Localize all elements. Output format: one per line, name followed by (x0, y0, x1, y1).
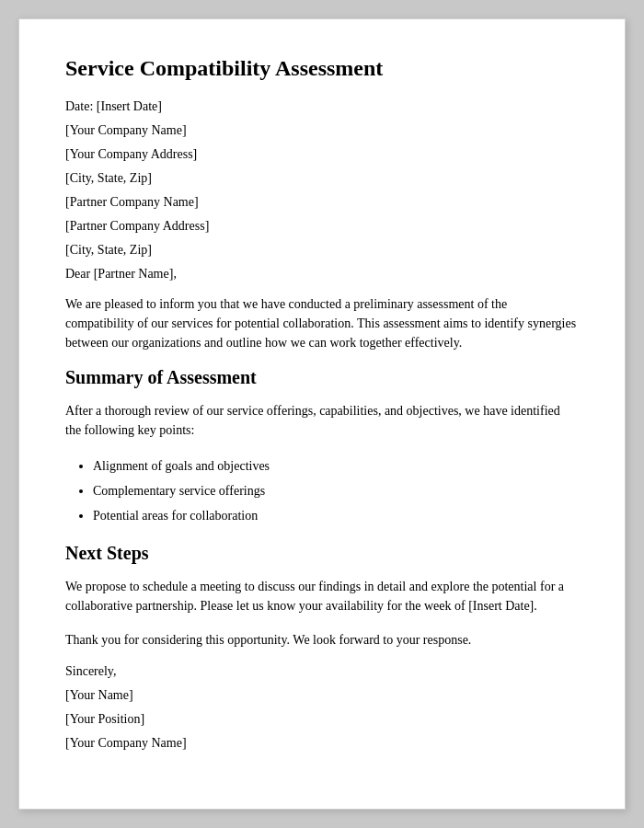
document-title: Service Compatibility Assessment (65, 56, 579, 81)
closing-company: [Your Company Name] (65, 736, 579, 751)
list-item: Potential areas for collaboration (93, 504, 579, 527)
next-steps-heading: Next Steps (65, 543, 579, 564)
city-state-zip-2-field: [City, State, Zip] (65, 243, 579, 258)
company-address-field: [Your Company Address] (65, 147, 579, 162)
date-field: Date: [Insert Date] (65, 99, 579, 114)
partner-company-address-field: [Partner Company Address] (65, 219, 579, 234)
summary-heading: Summary of Assessment (65, 367, 579, 388)
summary-paragraph: After a thorough review of our service o… (65, 401, 579, 440)
next-steps-paragraph-1: We propose to schedule a meeting to disc… (65, 577, 579, 615)
closing-name: [Your Name] (65, 688, 579, 703)
closing-salutation: Sincerely, (65, 664, 579, 679)
list-item: Alignment of goals and objectives (93, 454, 579, 477)
partner-company-name-field: [Partner Company Name] (65, 195, 579, 210)
next-steps-paragraph-2: Thank you for considering this opportuni… (65, 630, 579, 650)
bullet-list: Alignment of goals and objectives Comple… (93, 454, 579, 528)
intro-paragraph: We are pleased to inform you that we hav… (65, 294, 579, 352)
closing-position: [Your Position] (65, 712, 579, 727)
greeting-line: Dear [Partner Name], (65, 267, 579, 282)
company-name-field: [Your Company Name] (65, 123, 579, 138)
list-item: Complementary service offerings (93, 479, 579, 502)
closing-block: Sincerely, [Your Name] [Your Position] [… (65, 664, 579, 751)
document-container: Service Compatibility Assessment Date: [… (18, 18, 626, 810)
city-state-zip-1-field: [City, State, Zip] (65, 171, 579, 186)
